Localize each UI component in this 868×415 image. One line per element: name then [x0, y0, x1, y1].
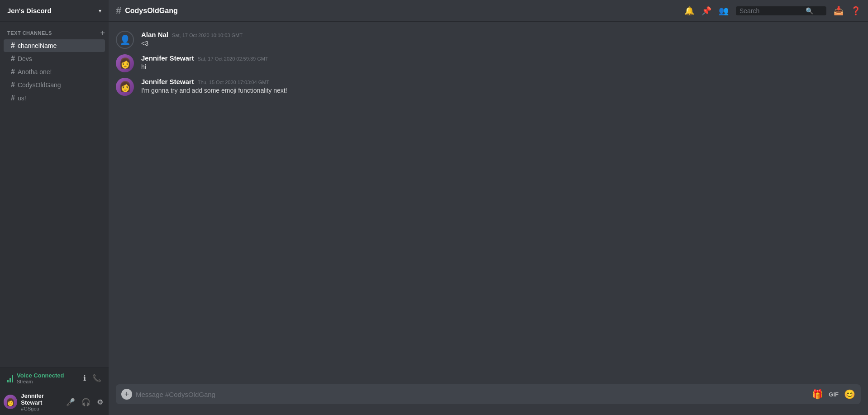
server-header[interactable]: Jen's Discord ▾: [0, 0, 109, 22]
voice-bars-icon: [7, 374, 13, 382]
table-row: 👩 Jennifer Stewart Thu, 15 Oct 2020 17:0…: [109, 76, 868, 98]
channel-header: # CodysOldGang 🔔 📌 👥 🔍 📥 ❓: [109, 0, 868, 22]
message-text: hi: [141, 63, 268, 72]
channels-section: Text Channels + # channelName # Devs # A…: [0, 22, 109, 367]
voice-connected-label: Voice Connected: [17, 372, 64, 379]
channel-hash-icon: #: [11, 55, 15, 63]
channel-item-codysoldgang[interactable]: # CodysOldGang: [4, 79, 105, 91]
pin-icon[interactable]: 📌: [701, 6, 711, 16]
headphones-icon[interactable]: 🎧: [80, 396, 92, 408]
channel-header-name: CodysOldGang: [125, 7, 177, 15]
search-icon: 🔍: [806, 7, 813, 14]
avatar: 👩: [4, 395, 17, 409]
input-area: + 🎁 GIF 😊: [109, 384, 868, 415]
channel-name-label: Devs: [18, 55, 32, 62]
user-controls: 🎤 🎧 ⚙: [64, 396, 105, 408]
add-channel-button[interactable]: +: [100, 29, 105, 37]
members-icon[interactable]: 👥: [719, 6, 729, 16]
message-author: Alan Nal: [141, 31, 168, 38]
message-header: Jennifer Stewart Sat, 17 Oct 2020 02:59:…: [141, 54, 268, 62]
channel-header-hash-icon: #: [116, 5, 121, 17]
voice-connected-row: Voice Connected Stream ℹ 📞: [7, 372, 101, 384]
channel-item-us[interactable]: # us!: [4, 92, 105, 104]
text-channels-header[interactable]: Text Channels +: [0, 29, 109, 39]
channel-hash-icon: #: [11, 42, 15, 50]
message-input-box: + 🎁 GIF 😊: [116, 384, 861, 404]
channel-hash-icon: #: [11, 94, 15, 102]
microphone-icon[interactable]: 🎤: [64, 396, 77, 408]
table-row: 👤 Alan Nal Sat, 17 Oct 2020 10:10:03 GMT…: [109, 29, 868, 51]
avatar-icon: 👩: [119, 81, 131, 93]
add-attachment-button[interactable]: +: [121, 389, 132, 400]
user-name: Jennifer Stewart: [21, 392, 64, 406]
avatar-icon: 👩: [6, 398, 15, 406]
message-content: Jennifer Stewart Sat, 17 Oct 2020 02:59:…: [141, 54, 268, 72]
channel-name-label: channelName: [18, 42, 57, 49]
messages-area: 👤 Alan Nal Sat, 17 Oct 2020 10:10:03 GMT…: [109, 22, 868, 384]
message-content: Jennifer Stewart Thu, 15 Oct 2020 17:03:…: [141, 78, 287, 95]
avatar: 👩: [116, 78, 134, 96]
inbox-icon[interactable]: 📥: [834, 6, 844, 16]
voice-disconnect-icon[interactable]: 📞: [92, 374, 101, 382]
user-discriminator: #GSgeu: [21, 406, 64, 411]
voice-info-icon[interactable]: ℹ: [83, 374, 86, 382]
user-details: Jennifer Stewart #GSgeu: [21, 392, 64, 411]
voice-text: Voice Connected Stream: [17, 372, 64, 384]
channel-name-label: us!: [18, 94, 26, 102]
input-right-icons: 🎁 GIF 😊: [812, 389, 855, 400]
avatar: 👩: [116, 54, 134, 72]
chevron-down-icon: ▾: [99, 8, 101, 14]
channel-header-right: 🔔 📌 👥 🔍 📥 ❓: [684, 6, 861, 16]
voice-actions: ℹ 📞: [83, 374, 101, 382]
search-input[interactable]: [739, 7, 803, 14]
message-text: <3: [141, 39, 243, 48]
gif-button[interactable]: GIF: [829, 391, 839, 398]
text-channels-label: Text Channels: [7, 30, 52, 36]
channel-hash-icon: #: [11, 81, 15, 89]
message-content: Alan Nal Sat, 17 Oct 2020 10:10:03 GMT <…: [141, 31, 243, 48]
message-author: Jennifer Stewart: [141, 54, 194, 62]
message-input[interactable]: [136, 391, 808, 398]
emoji-icon[interactable]: 😊: [844, 389, 855, 400]
table-row: 👩 Jennifer Stewart Sat, 17 Oct 2020 02:5…: [109, 52, 868, 74]
gift-icon[interactable]: 🎁: [812, 389, 823, 400]
message-text: I'm gonna try and add some emoji functio…: [141, 86, 287, 95]
channel-header-left: # CodysOldGang: [116, 5, 178, 17]
channel-name-label: Anotha one!: [18, 68, 52, 75]
avatar-icon: 👩: [119, 57, 131, 69]
bell-icon[interactable]: 🔔: [684, 6, 694, 16]
message-header: Jennifer Stewart Thu, 15 Oct 2020 17:03:…: [141, 78, 287, 85]
voice-bar-2: [10, 378, 11, 382]
message-author: Jennifer Stewart: [141, 78, 194, 85]
voice-bar-3: [12, 375, 13, 382]
sidebar: Jen's Discord ▾ Text Channels + # channe…: [0, 0, 109, 415]
message-timestamp: Sat, 17 Oct 2020 10:10:03 GMT: [172, 33, 243, 38]
channel-item-devs[interactable]: # Devs: [4, 52, 105, 65]
voice-channel-name: Stream: [17, 379, 64, 384]
channel-item-channelName[interactable]: # channelName: [4, 39, 105, 52]
search-box[interactable]: 🔍: [736, 6, 826, 15]
message-header: Alan Nal Sat, 17 Oct 2020 10:10:03 GMT: [141, 31, 243, 38]
channel-hash-icon: #: [11, 68, 15, 76]
channel-name-label: CodysOldGang: [18, 81, 61, 89]
settings-icon[interactable]: ⚙: [95, 396, 105, 408]
message-timestamp: Thu, 15 Oct 2020 17:03:04 GMT: [198, 80, 269, 85]
user-panel: 👩 Jennifer Stewart #GSgeu 🎤 🎧 ⚙: [0, 389, 109, 415]
user-info: 👩 Jennifer Stewart #GSgeu: [4, 392, 64, 411]
message-timestamp: Sat, 17 Oct 2020 02:59:39 GMT: [198, 56, 268, 61]
voice-status-panel: Voice Connected Stream ℹ 📞: [0, 367, 109, 389]
plus-icon: +: [124, 390, 129, 399]
main-content: # CodysOldGang 🔔 📌 👥 🔍 📥 ❓ 👤 Alan Nal: [109, 0, 868, 415]
voice-info: Voice Connected Stream: [7, 372, 64, 384]
avatar-icon: 👤: [117, 32, 133, 48]
avatar: 👤: [116, 31, 134, 49]
channel-item-anotha-one[interactable]: # Anotha one!: [4, 66, 105, 78]
help-icon[interactable]: ❓: [851, 6, 861, 16]
voice-bar-1: [7, 380, 9, 382]
server-name: Jen's Discord: [7, 7, 52, 14]
